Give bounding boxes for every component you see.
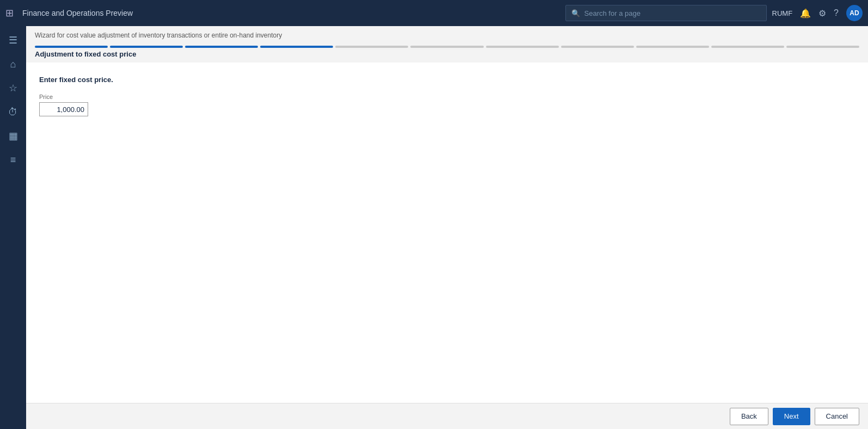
sidebar-item-recent[interactable]: ⏱ bbox=[2, 101, 24, 123]
subtitle-bar: Wizard for cost value adjustment of inve… bbox=[26, 26, 868, 42]
settings-icon[interactable]: ⚙ bbox=[818, 8, 826, 18]
main-layout: ☰ ⌂ ☆ ⏱ ▦ ≡ Wizard for cost value adjust… bbox=[0, 26, 868, 429]
price-field-group: Price bbox=[39, 94, 855, 116]
content-card: Enter fixed cost price. Price bbox=[26, 63, 868, 403]
search-input[interactable] bbox=[584, 9, 761, 17]
form-instruction: Enter fixed cost price. bbox=[39, 76, 855, 84]
grid-icon: ⊞ bbox=[5, 7, 14, 19]
price-input[interactable] bbox=[39, 102, 88, 116]
price-label: Price bbox=[39, 94, 855, 100]
step-label: Adjustment to fixed cost price bbox=[26, 48, 868, 63]
cancel-button[interactable]: Cancel bbox=[815, 408, 859, 425]
avatar[interactable]: AD bbox=[846, 5, 863, 21]
sidebar-item-modules[interactable]: ≡ bbox=[2, 149, 24, 171]
sidebar-item-favorites[interactable]: ☆ bbox=[2, 77, 24, 99]
action-bar: Back Next Cancel bbox=[26, 403, 868, 429]
wizard-subtitle: Wizard for cost value adjustment of inve… bbox=[35, 32, 282, 39]
content-area: Wizard for cost value adjustment of inve… bbox=[26, 26, 868, 429]
wizard-steps bbox=[26, 42, 868, 48]
app-title: Finance and Operations Preview bbox=[22, 9, 560, 17]
help-icon[interactable]: ? bbox=[834, 8, 839, 18]
notification-icon[interactable]: 🔔 bbox=[800, 8, 811, 18]
sidebar: ☰ ⌂ ☆ ⏱ ▦ ≡ bbox=[0, 26, 26, 429]
sidebar-item-home[interactable]: ⌂ bbox=[2, 53, 24, 75]
sidebar-item-workspaces[interactable]: ▦ bbox=[2, 125, 24, 147]
topbar: ⊞ Finance and Operations Preview 🔍 RUMF … bbox=[0, 0, 868, 26]
back-button[interactable]: Back bbox=[730, 408, 768, 425]
topbar-right: RUMF 🔔 ⚙ ? AD bbox=[772, 5, 863, 21]
next-button[interactable]: Next bbox=[773, 408, 810, 425]
sidebar-item-menu[interactable]: ☰ bbox=[2, 29, 24, 51]
username-label: RUMF bbox=[772, 9, 793, 17]
search-icon: 🔍 bbox=[571, 9, 580, 17]
search-bar[interactable]: 🔍 bbox=[565, 5, 767, 21]
